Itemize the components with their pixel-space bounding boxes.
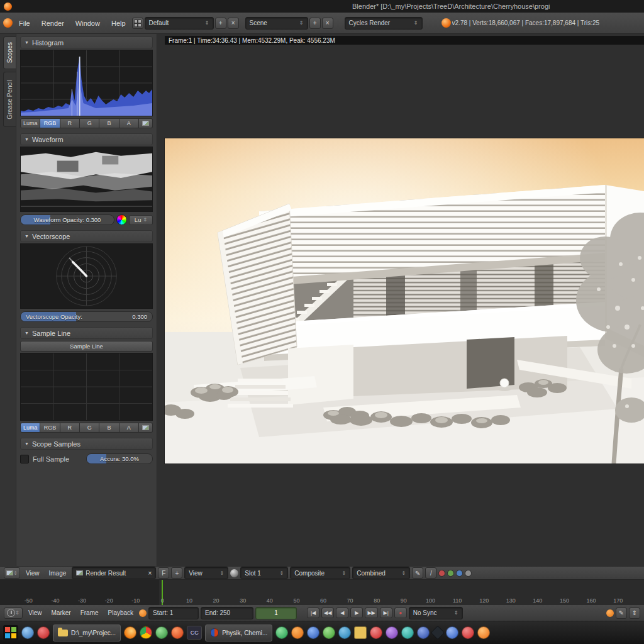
view-dropdown[interactable]: View ⇕ xyxy=(184,567,228,579)
document-taskbar-button[interactable]: Physik, Chemi... xyxy=(205,625,272,641)
histogram-panel-header[interactable]: ▼ Histogram xyxy=(20,36,153,48)
channel-b-button[interactable]: B xyxy=(99,118,119,128)
channel-a-button[interactable]: A xyxy=(119,423,139,433)
explorer-taskbar-button[interactable]: D:\_my\Projec... xyxy=(53,625,121,641)
menu-marker[interactable]: Marker xyxy=(48,608,75,618)
play-reverse-button[interactable]: ◀ xyxy=(336,608,348,618)
tab-scopes[interactable]: Scopes xyxy=(3,36,16,69)
render-pass-dropdown[interactable]: Composite ⇕ xyxy=(290,567,350,579)
folder-app-icon[interactable] xyxy=(354,626,367,639)
record-button[interactable]: ● xyxy=(394,608,407,618)
keying-set-button[interactable]: ✎ xyxy=(616,608,627,619)
channel-rgb-button[interactable]: RGB xyxy=(40,118,60,128)
red-channel-toggle[interactable] xyxy=(438,570,445,577)
menu-view[interactable]: View xyxy=(22,569,43,578)
tray-app-icon[interactable] xyxy=(275,626,288,639)
new-image-button[interactable]: + xyxy=(171,567,182,579)
screen-layout-selector[interactable]: Default ⇕ xyxy=(145,17,214,30)
slot-dropdown[interactable]: Slot 1 ⇕ xyxy=(240,567,288,579)
menu-help[interactable]: Help xyxy=(106,18,131,29)
keyframe-type-button[interactable]: ⇕ xyxy=(629,608,640,619)
delete-layout-button[interactable]: × xyxy=(228,18,239,29)
render-engine-selector[interactable]: Cycles Render ⇕ xyxy=(345,17,423,30)
blender-menu-icon[interactable] xyxy=(3,18,13,28)
waveform-opacity-slider[interactable]: Waveform Opacity: 0.300 xyxy=(20,214,114,225)
screen-layout-icon[interactable] xyxy=(132,18,143,29)
blue-channel-toggle[interactable] xyxy=(456,570,463,577)
app-icon-red[interactable] xyxy=(37,626,50,639)
add-layout-button[interactable]: + xyxy=(215,18,226,29)
channel-rgb-button[interactable]: RGB xyxy=(40,423,60,433)
creative-cloud-icon[interactable]: CC xyxy=(187,626,202,640)
menu-image[interactable]: Image xyxy=(45,569,70,578)
waveform-panel-header[interactable]: ▼ Waveform xyxy=(20,133,153,145)
tray-app-icon[interactable] xyxy=(462,626,474,639)
channel-g-button[interactable]: G xyxy=(80,118,99,128)
sample-line-button[interactable]: Sample Line xyxy=(20,341,153,352)
timeline-canvas[interactable]: -50 -40 -30 -20 -10 0 10 20 30 40 50 60 … xyxy=(0,580,644,606)
app-icon-orange[interactable] xyxy=(171,626,184,639)
editor-type-selector[interactable]: ⇕ xyxy=(4,567,20,579)
menu-window[interactable]: Window xyxy=(70,18,105,29)
start-button[interactable] xyxy=(3,625,18,640)
vectorscope-panel-header[interactable]: ▼ Vectorscope xyxy=(20,230,153,242)
menu-frame[interactable]: Frame xyxy=(77,608,103,618)
preview-range-icon[interactable] xyxy=(139,609,147,617)
channel-r-button[interactable]: R xyxy=(60,118,80,128)
waveform-mode-dropdown[interactable]: Lu ⇕ xyxy=(129,215,153,225)
histogram-image-toggle[interactable] xyxy=(139,118,153,128)
jump-to-start-button[interactable]: |◀ xyxy=(307,608,319,618)
internet-explorer-icon[interactable] xyxy=(21,626,34,639)
channel-luma-button[interactable]: Luma xyxy=(20,423,40,433)
add-scene-button[interactable]: + xyxy=(309,18,321,29)
blender-taskbar-icon[interactable] xyxy=(291,626,304,639)
next-keyframe-button[interactable]: ▶▶ xyxy=(365,608,377,618)
channel-b-button[interactable]: B xyxy=(99,423,119,433)
channel-g-button[interactable]: G xyxy=(80,423,99,433)
scope-samples-panel-header[interactable]: ▼ Scope Samples xyxy=(20,438,153,450)
app-icon-green[interactable] xyxy=(155,626,168,639)
menu-render[interactable]: Render xyxy=(36,18,69,29)
sync-mode-dropdown[interactable]: No Sync ⇕ xyxy=(409,607,463,619)
green-channel-toggle[interactable] xyxy=(447,570,454,577)
tray-app-icon[interactable] xyxy=(386,626,398,639)
timeline-editor-selector[interactable]: ⇕ xyxy=(4,608,23,619)
tray-app-icon[interactable] xyxy=(323,626,335,639)
image-datablock-selector[interactable]: Render Result × xyxy=(72,567,156,579)
menu-view[interactable]: View xyxy=(25,608,46,618)
autokey-indicator-icon[interactable] xyxy=(606,609,614,617)
jump-to-end-button[interactable]: ▶| xyxy=(380,608,392,618)
render-result-image[interactable] xyxy=(165,138,644,464)
vectorscope-opacity-slider[interactable]: Vectorscope Opacity: 0.300 xyxy=(20,311,153,322)
firefox-icon[interactable] xyxy=(124,626,136,639)
uv-image-editor[interactable]: Frame:1 | Time:34:36.43 | Mem:4532.29M, … xyxy=(157,34,644,566)
start-frame-field[interactable]: Start: 1 xyxy=(148,607,199,619)
tray-app-icon[interactable] xyxy=(446,626,458,639)
previous-keyframe-button[interactable]: ◀◀ xyxy=(321,608,334,618)
tab-grease-pencil[interactable]: Grease Pencil xyxy=(3,72,16,127)
alpha-channel-toggle[interactable] xyxy=(465,570,472,577)
tray-app-icon[interactable] xyxy=(477,626,490,639)
tray-app-icon[interactable] xyxy=(401,626,414,639)
sample-line-image-toggle[interactable] xyxy=(139,423,153,433)
fake-user-button[interactable]: F xyxy=(158,567,169,579)
menu-file[interactable]: File xyxy=(14,18,35,29)
scene-selector[interactable]: Scene ⇕ xyxy=(245,17,308,30)
chrome-icon[interactable] xyxy=(140,626,152,639)
color-wheel-icon[interactable] xyxy=(116,214,127,225)
tray-app-icon[interactable] xyxy=(370,626,382,639)
tray-app-icon[interactable] xyxy=(338,626,351,639)
menu-playback[interactable]: Playback xyxy=(104,608,138,618)
full-sample-checkbox[interactable] xyxy=(20,455,29,464)
display-channels-dropdown[interactable]: Combined ⇕ xyxy=(352,567,410,579)
sample-line-panel-header[interactable]: ▼ Sample Line xyxy=(20,327,153,339)
pivot-sphere-icon[interactable] xyxy=(230,569,238,577)
end-frame-field[interactable]: End: 250 xyxy=(201,607,253,619)
tray-app-icon[interactable] xyxy=(417,626,430,639)
channel-a-button[interactable]: A xyxy=(119,118,139,128)
delete-scene-button[interactable]: × xyxy=(322,18,333,29)
current-frame-field[interactable]: 1 xyxy=(255,607,297,619)
channel-r-button[interactable]: R xyxy=(60,423,80,433)
accuracy-slider[interactable]: Accura: 30.0% xyxy=(86,453,153,464)
play-button[interactable]: ▶ xyxy=(350,608,363,618)
